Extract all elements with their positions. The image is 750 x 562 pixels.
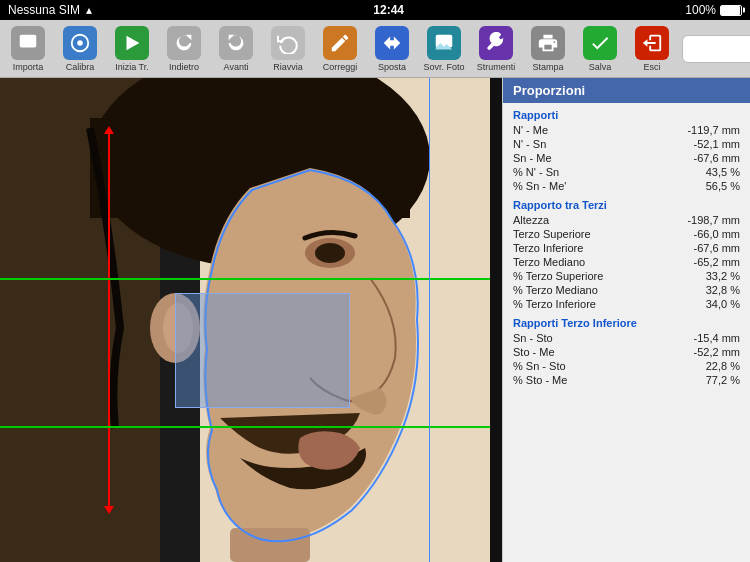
label-n-me: N' - Me <box>513 124 687 136</box>
value-altezza: -198,7 mm <box>687 214 740 226</box>
value-pct-sn-sto: 22,8 % <box>706 360 740 372</box>
calibra-label: Calibra <box>66 62 95 72</box>
correggi-label: Correggi <box>323 62 358 72</box>
battery-fill <box>721 6 740 15</box>
row-pct-n-sn: % N' - Sn 43,5 % <box>503 165 750 179</box>
inizia-label: Inizia Tr. <box>115 62 149 72</box>
svg-rect-0 <box>20 34 37 47</box>
svg-point-11 <box>315 243 345 263</box>
label-sn-sto: Sn - Sto <box>513 332 694 344</box>
indietro-button[interactable]: Indietro <box>158 22 210 76</box>
label-pct-terzo-med: % Terzo Mediano <box>513 284 706 296</box>
clock: 12:44 <box>373 3 404 17</box>
avanti-button[interactable]: Avanti <box>210 22 262 76</box>
label-sto-me: Sto - Me <box>513 346 694 358</box>
importa-label: Importa <box>13 62 44 72</box>
row-pct-sn-sto: % Sn - Sto 22,8 % <box>503 359 750 373</box>
calibra-button[interactable]: Calibra <box>54 22 106 76</box>
green-horizontal-line-1 <box>0 278 490 280</box>
row-pct-sto-me: % Sto - Me 77,2 % <box>503 373 750 387</box>
row-terzo-inf: Terzo Inferiore -67,6 mm <box>503 241 750 255</box>
label-terzo-med: Terzo Mediano <box>513 256 694 268</box>
row-terzo-sup: Terzo Superiore -66,0 mm <box>503 227 750 241</box>
riavvia-label: Riavvia <box>273 62 303 72</box>
value-sn-me: -67,6 mm <box>694 152 740 164</box>
search-input[interactable] <box>682 35 750 63</box>
section-rapporto-tra-terzi: Rapporto tra Terzi <box>503 193 750 213</box>
row-n-me: N' - Me -119,7 mm <box>503 123 750 137</box>
red-arrow-bottom <box>104 506 114 514</box>
strumenti-label: Strumenti <box>477 62 516 72</box>
value-pct-terzo-inf: 34,0 % <box>706 298 740 310</box>
label-pct-n-sn: % N' - Sn <box>513 166 706 178</box>
value-terzo-inf: -67,6 mm <box>694 242 740 254</box>
main-content: Proporzioni Rapporti N' - Me -119,7 mm N… <box>0 78 750 562</box>
svg-point-2 <box>77 40 83 46</box>
value-pct-sn-me: 56,5 % <box>706 180 740 192</box>
svg-marker-3 <box>127 35 140 50</box>
green-horizontal-line-2 <box>0 426 490 428</box>
row-sn-me: Sn - Me -67,6 mm <box>503 151 750 165</box>
label-pct-terzo-inf: % Terzo Inferiore <box>513 298 706 310</box>
indietro-label: Indietro <box>169 62 199 72</box>
label-altezza: Altezza <box>513 214 687 226</box>
correggi-button[interactable]: Correggi <box>314 22 366 76</box>
label-terzo-sup: Terzo Superiore <box>513 228 694 240</box>
strumenti-button[interactable]: Strumenti <box>470 22 522 76</box>
value-pct-n-sn: 43,5 % <box>706 166 740 178</box>
row-pct-sn-me: % Sn - Me' 56,5 % <box>503 179 750 193</box>
sposta-button[interactable]: Sposta <box>366 22 418 76</box>
row-sto-me: Sto - Me -52,2 mm <box>503 345 750 359</box>
esci-button[interactable]: Esci <box>626 22 678 76</box>
riavvia-button[interactable]: Riavvia <box>262 22 314 76</box>
section-rapporti: Rapporti <box>503 103 750 123</box>
value-terzo-med: -65,2 mm <box>694 256 740 268</box>
value-pct-sto-me: 77,2 % <box>706 374 740 386</box>
label-pct-sto-me: % Sto - Me <box>513 374 706 386</box>
value-pct-terzo-sup: 33,2 % <box>706 270 740 282</box>
svg-rect-14 <box>230 528 310 562</box>
photo-background <box>0 78 502 562</box>
value-n-sn: -52,1 mm <box>694 138 740 150</box>
red-vertical-line <box>108 128 110 508</box>
wifi-icon: ▴ <box>86 3 92 17</box>
label-n-sn: N' - Sn <box>513 138 694 150</box>
label-sn-me: Sn - Me <box>513 152 694 164</box>
avanti-label: Avanti <box>224 62 249 72</box>
value-sn-sto: -15,4 mm <box>694 332 740 344</box>
red-arrow-top <box>104 126 114 134</box>
blue-selection-rect <box>175 293 350 408</box>
sidebar: Proporzioni Rapporti N' - Me -119,7 mm N… <box>502 78 750 562</box>
importa-button[interactable]: Importa <box>2 22 54 76</box>
row-sn-sto: Sn - Sto -15,4 mm <box>503 331 750 345</box>
battery-icon <box>720 5 742 16</box>
section-rapporti-terzo-inf: Rapporti Terzo Inferiore <box>503 311 750 331</box>
toolbar: Importa Calibra Inizia Tr. Indietro Avan… <box>0 20 750 78</box>
status-left: Nessuna SIM ▴ <box>8 3 92 17</box>
sovr-button[interactable]: Sovr. Foto <box>418 22 470 76</box>
battery-pct: 100% <box>685 3 716 17</box>
status-bar: Nessuna SIM ▴ 12:44 100% <box>0 0 750 20</box>
row-pct-terzo-med: % Terzo Mediano 32,8 % <box>503 283 750 297</box>
row-altezza: Altezza -198,7 mm <box>503 213 750 227</box>
stampa-label: Stampa <box>532 62 563 72</box>
label-pct-terzo-sup: % Terzo Superiore <box>513 270 706 282</box>
row-pct-terzo-inf: % Terzo Inferiore 34,0 % <box>503 297 750 311</box>
salva-button[interactable]: Salva <box>574 22 626 76</box>
stampa-button[interactable]: Stampa <box>522 22 574 76</box>
status-right: 100% <box>685 3 742 17</box>
carrier-label: Nessuna SIM <box>8 3 80 17</box>
face-photo <box>0 78 490 562</box>
label-pct-sn-sto: % Sn - Sto <box>513 360 706 372</box>
label-terzo-inf: Terzo Inferiore <box>513 242 694 254</box>
inizia-button[interactable]: Inizia Tr. <box>106 22 158 76</box>
value-n-me: -119,7 mm <box>687 124 740 136</box>
black-panel <box>490 78 502 562</box>
row-terzo-med: Terzo Mediano -65,2 mm <box>503 255 750 269</box>
esci-label: Esci <box>643 62 660 72</box>
label-pct-sn-me: % Sn - Me' <box>513 180 706 192</box>
value-sto-me: -52,2 mm <box>694 346 740 358</box>
sidebar-title: Proporzioni <box>503 78 750 103</box>
row-n-sn: N' - Sn -52,1 mm <box>503 137 750 151</box>
value-terzo-sup: -66,0 mm <box>694 228 740 240</box>
